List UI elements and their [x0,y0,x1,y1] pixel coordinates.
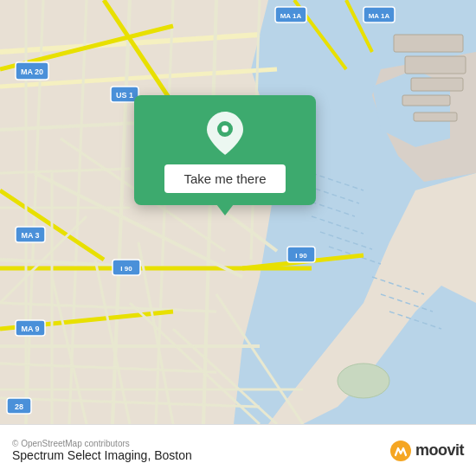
svg-rect-72 [411,78,463,91]
svg-text:MA 3: MA 3 [21,231,39,240]
svg-text:MA 1A: MA 1A [280,12,302,20]
svg-text:MA 1A: MA 1A [369,12,390,20]
moovit-logo: moovit [389,440,464,462]
moovit-icon [389,440,412,462]
svg-point-77 [222,125,228,132]
moovit-wordmark: moovit [415,441,464,460]
svg-text:US 1: US 1 [116,91,133,100]
svg-text:I 90: I 90 [295,252,307,260]
location-label: Spectrum Select Imaging, Boston [12,448,192,462]
svg-text:MA 9: MA 9 [21,325,39,333]
svg-text:I 90: I 90 [120,265,132,273]
take-me-there-button[interactable]: Take me there [164,164,285,193]
svg-rect-70 [394,35,463,52]
osm-attribution: © OpenStreetMap contributors [12,439,192,448]
map-background: MA 20 US 1 MA 3 I 90 I 90 MA 9 MA 1A MA … [0,0,476,424]
svg-text:MA 20: MA 20 [21,68,43,76]
svg-rect-71 [405,56,466,74]
map-pin-icon [203,111,248,156]
svg-point-75 [338,363,389,398]
footer-info: © OpenStreetMap contributors Spectrum Se… [12,439,192,462]
footer-bar: © OpenStreetMap contributors Spectrum Se… [0,424,476,476]
map-view[interactable]: MA 20 US 1 MA 3 I 90 I 90 MA 9 MA 1A MA … [0,0,476,424]
svg-rect-73 [402,95,450,106]
location-popup: Take me there [134,95,316,205]
svg-rect-74 [414,113,457,121]
svg-point-78 [390,441,411,461]
svg-text:28: 28 [15,402,23,411]
